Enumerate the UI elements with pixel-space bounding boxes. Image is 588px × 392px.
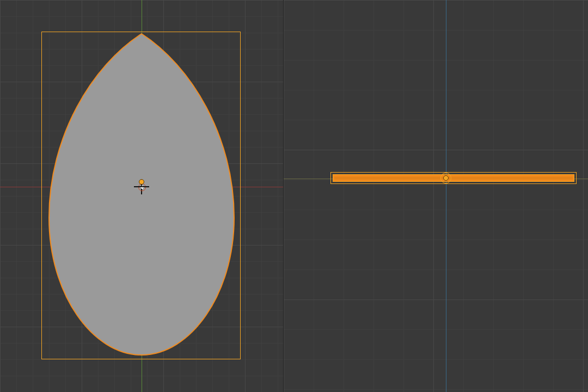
slab-edge-line [334,179,573,179]
viewport-top-ortho[interactable] [0,0,283,392]
axis-vertical [446,0,446,392]
object-leaf-shape[interactable] [0,0,283,392]
workspace [0,0,588,392]
slab-edge-line [334,177,573,177]
grid [284,0,588,392]
viewport-front-ortho[interactable] [283,0,588,392]
object-slab[interactable] [333,174,574,182]
